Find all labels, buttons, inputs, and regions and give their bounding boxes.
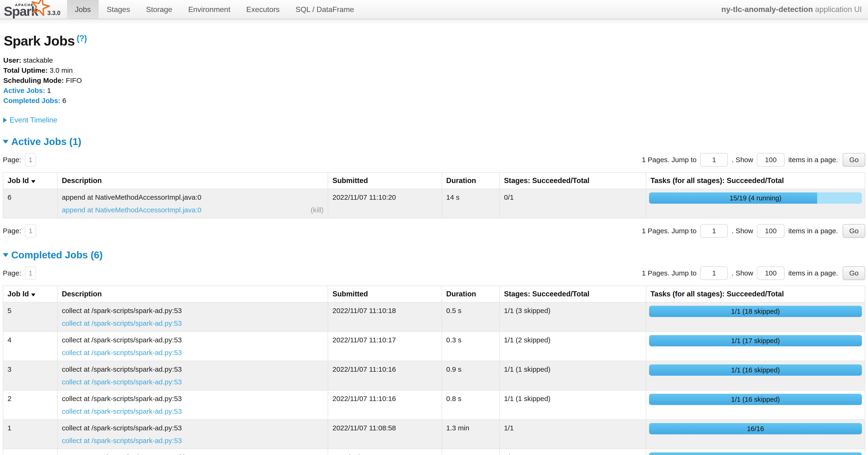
progress-label: 15/19 (4 running) xyxy=(649,192,862,204)
items-per-page-label: items in a page. xyxy=(788,227,838,235)
page-size-input[interactable] xyxy=(757,153,784,167)
page-size-input[interactable] xyxy=(757,224,784,238)
job-detail-link[interactable]: collect at /spark-scripts/spark-ad.py:53 xyxy=(62,377,182,387)
sort-desc-icon xyxy=(31,293,35,296)
summary-item-total-uptime: Total Uptime: 3.0 min xyxy=(3,65,865,75)
column-header-stages-succeeded-total[interactable]: Stages: Succeeded/Total xyxy=(499,172,646,189)
spark-logo[interactable]: APACHE Spark 3.3.0 xyxy=(0,0,63,19)
job-row-6: 6append at NativeMethodAccessorImpl.java… xyxy=(3,189,865,218)
column-header-description[interactable]: Description xyxy=(57,172,328,189)
job-row-0: 0parquet at NativeMethodAccessorImpl.jav… xyxy=(3,449,865,455)
column-header-submitted[interactable]: Submitted xyxy=(328,172,442,189)
summary-item-active-jobs: Active Jobs: 1 xyxy=(3,85,865,95)
summary-label[interactable]: Completed Jobs: xyxy=(3,97,60,105)
stages-cell: 1/1 (1 skipped) xyxy=(499,390,646,420)
active-jobs-table: Job IdDescriptionSubmittedDurationStages… xyxy=(3,172,865,219)
progress-label: 1/1 xyxy=(649,452,862,455)
stages-cell: 1/1 (3 skipped) xyxy=(499,302,646,332)
kill-link[interactable]: (kill) xyxy=(311,205,323,215)
column-header-duration[interactable]: Duration xyxy=(442,286,499,302)
column-header-job-id[interactable]: Job Id xyxy=(3,286,57,302)
job-detail-link[interactable]: collect at /spark-scripts/spark-ad.py:53 xyxy=(62,348,182,357)
column-header-tasks-for-all-stages-succeeded-total[interactable]: Tasks (for all stages): Succeeded/Total xyxy=(646,286,865,302)
summary-value: stackable xyxy=(23,56,53,64)
column-header-stages-succeeded-total[interactable]: Stages: Succeeded/Total xyxy=(499,286,646,302)
tasks-progress-bar: 1/1 (18 skipped) xyxy=(649,306,862,317)
tasks-cell: 1/1 (17 skipped) xyxy=(646,332,865,361)
section-header-completed-jobs[interactable]: Completed Jobs (6) xyxy=(3,250,865,261)
summary-label[interactable]: Active Jobs: xyxy=(3,87,45,94)
page-selector: Page: xyxy=(3,224,36,238)
event-timeline-label: Event Timeline xyxy=(10,116,57,124)
job-detail-link[interactable]: append at NativeMethodAccessorImpl.java:… xyxy=(62,205,202,215)
job-description-text: collect at /spark-scripts/spark-ad.py:53 xyxy=(62,394,324,403)
description-cell: collect at /spark-scripts/spark-ad.py:53… xyxy=(57,420,328,449)
jump-to-input[interactable] xyxy=(700,224,728,238)
page-number-input[interactable] xyxy=(25,153,36,167)
main-content: Spark Jobs(?) User: stackableTotal Uptim… xyxy=(0,33,868,455)
pages-jump-label: 1 Pages. Jump to xyxy=(642,156,696,164)
page-number-input[interactable] xyxy=(25,266,36,280)
tab-executors[interactable]: Executors xyxy=(238,0,288,19)
submitted-cell: 2022/11/07 11:10:20 xyxy=(328,189,442,218)
go-button[interactable]: Go xyxy=(843,224,865,238)
event-timeline-toggle[interactable]: Event Timeline xyxy=(3,116,865,124)
column-header-duration[interactable]: Duration xyxy=(442,172,499,189)
page-label: Page: xyxy=(3,156,21,164)
job-description-text: append at NativeMethodAccessorImpl.java:… xyxy=(62,193,324,202)
sort-desc-icon xyxy=(31,180,35,183)
tab-storage[interactable]: Storage xyxy=(138,0,180,19)
page-number-input[interactable] xyxy=(25,224,36,238)
description-cell: collect at /spark-scripts/spark-ad.py:53… xyxy=(57,332,328,361)
submitted-cell: 2022/11/07 11:10:16 xyxy=(328,361,442,390)
job-row-5: 5collect at /spark-scripts/spark-ad.py:5… xyxy=(3,302,865,332)
page-jump-controls: 1 Pages. Jump to . Show items in a page.… xyxy=(642,266,865,280)
tasks-progress-bar: 15/19 (4 running) xyxy=(649,192,862,204)
help-link[interactable]: (?) xyxy=(76,33,87,43)
go-button[interactable]: Go xyxy=(843,153,865,167)
table-header-row: Job IdDescriptionSubmittedDurationStages… xyxy=(3,286,865,302)
column-header-submitted[interactable]: Submitted xyxy=(328,286,442,302)
summary-label: Total Uptime: xyxy=(3,66,48,74)
tasks-cell: 1/1 (16 skipped) xyxy=(646,390,865,420)
page-jump-controls: 1 Pages. Jump to . Show items in a page.… xyxy=(642,224,865,238)
items-per-page-label: items in a page. xyxy=(788,269,838,277)
job-id-cell: 5 xyxy=(3,302,57,332)
page-selector: Page: xyxy=(3,266,36,280)
tab-stages[interactable]: Stages xyxy=(99,0,138,19)
jump-to-input[interactable] xyxy=(700,266,728,280)
tasks-cell: 1/1 (16 skipped) xyxy=(646,361,865,390)
tab-environment[interactable]: Environment xyxy=(180,0,238,19)
go-button[interactable]: Go xyxy=(843,266,865,280)
job-description-text: collect at /spark-scripts/spark-ad.py:53 xyxy=(62,424,324,432)
stages-cell: 1/1 xyxy=(499,449,646,455)
page-label: Page: xyxy=(3,269,21,277)
column-header-tasks-for-all-stages-succeeded-total[interactable]: Tasks (for all stages): Succeeded/Total xyxy=(646,172,865,189)
section-header-active-jobs[interactable]: Active Jobs (1) xyxy=(3,136,865,147)
pagination-bar: Page: 1 Pages. Jump to . Show items in a… xyxy=(3,266,865,280)
job-detail-link[interactable]: collect at /spark-scripts/spark-ad.py:53 xyxy=(62,319,182,328)
app-suffix-label: application UI xyxy=(813,5,862,13)
tab-jobs[interactable]: Jobs xyxy=(67,0,99,19)
progress-label: 16/16 xyxy=(649,423,862,434)
job-detail-link[interactable]: collect at /spark-scripts/spark-ad.py:53 xyxy=(62,407,182,416)
stages-cell: 1/1 xyxy=(499,420,646,449)
jump-to-input[interactable] xyxy=(700,153,728,167)
tasks-cell: 1/1 xyxy=(646,449,865,455)
job-detail-link[interactable]: collect at /spark-scripts/spark-ad.py:53 xyxy=(62,436,182,445)
duration-cell: 0.9 s xyxy=(442,361,499,390)
page-selector: Page: xyxy=(3,153,36,167)
page-size-input[interactable] xyxy=(757,266,784,280)
table-header-row: Job IdDescriptionSubmittedDurationStages… xyxy=(3,172,865,189)
column-header-job-id[interactable]: Job Id xyxy=(3,172,57,189)
tasks-progress-bar: 1/1 (17 skipped) xyxy=(649,335,862,346)
page-jump-controls: 1 Pages. Jump to . Show items in a page.… xyxy=(642,153,865,167)
show-label: . Show xyxy=(732,156,753,164)
progress-label: 1/1 (16 skipped) xyxy=(649,394,862,405)
tasks-progress-bar: 1/1 xyxy=(649,452,862,455)
duration-cell: 14 s xyxy=(442,189,499,218)
column-header-description[interactable]: Description xyxy=(57,286,328,302)
tab-sql-dataframe[interactable]: SQL / DataFrame xyxy=(288,0,362,19)
job-row-3: 3collect at /spark-scripts/spark-ad.py:5… xyxy=(3,361,865,390)
summary-value: FIFO xyxy=(66,77,82,84)
